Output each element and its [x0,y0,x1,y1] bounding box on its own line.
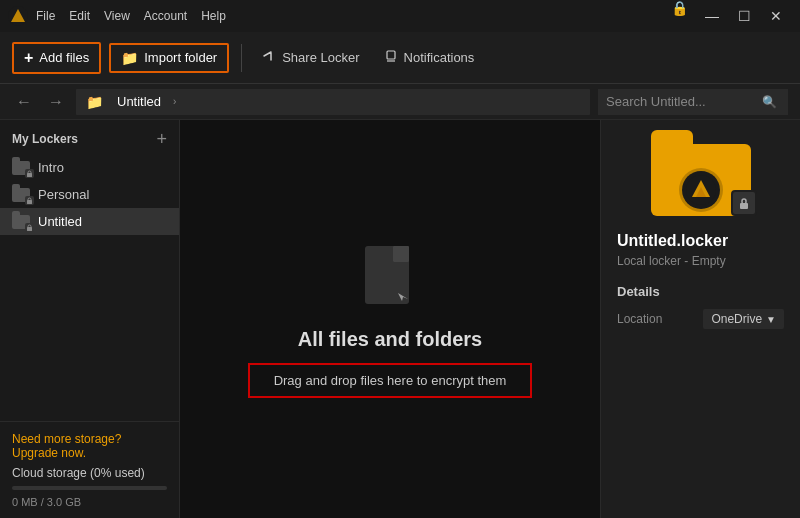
svg-rect-9 [28,225,31,228]
menu-account[interactable]: Account [144,9,187,23]
upgrade-link[interactable]: Need more storage? Upgrade now. [12,432,167,460]
sidebar-footer: Need more storage? Upgrade now. Cloud st… [0,421,179,518]
maximize-button[interactable]: ☐ [728,0,760,32]
sidebar-item-intro-label: Intro [38,160,64,175]
sidebar-header-label: My Lockers [12,132,78,146]
notifications-button[interactable]: Notifications [376,44,483,71]
mountain-logo [682,171,720,209]
title-bar-left: File Edit View Account Help [8,6,226,26]
location-dropdown[interactable]: OneDrive ▼ [703,309,784,329]
svg-rect-7 [28,198,31,201]
sidebar-item-personal-label: Personal [38,187,89,202]
toolbar: + Add files 📁 Import folder Share Locker… [0,32,800,84]
location-value: OneDrive [711,312,762,326]
minimize-button[interactable]: — [696,0,728,32]
sidebar-header: My Lockers + [0,120,179,154]
storage-amount: 0 MB / 3.0 GB [12,496,167,508]
address-folder-name: Untitled [117,94,161,109]
svg-rect-2 [387,51,395,59]
svg-rect-11 [393,246,409,262]
file-area: All files and folders Drag and drop file… [180,120,600,518]
back-button[interactable]: ← [12,91,36,113]
intro-locker-badge [25,169,34,178]
add-locker-button[interactable]: + [156,130,167,148]
untitled-locker-badge [25,223,34,232]
menu-file[interactable]: File [36,9,55,23]
notifications-label: Notifications [404,50,475,65]
personal-folder-icon [12,188,30,202]
add-files-button[interactable]: + Add files [12,42,101,74]
chevron-down-icon: ▼ [766,314,776,325]
right-panel: Untitled.locker Local locker - Empty Det… [600,120,800,518]
sidebar-item-personal[interactable]: Personal [0,181,179,208]
folder-address-icon: 📁 [86,94,103,110]
share-locker-button[interactable]: Share Locker [254,44,367,71]
locker-subtitle: Local locker - Empty [617,254,784,268]
search-icon: 🔍 [762,95,777,109]
address-input[interactable]: 📁 Untitled › [76,89,590,115]
sidebar: My Lockers + Intro Personal [0,120,180,518]
lock-badge [731,190,757,216]
menu-help[interactable]: Help [201,9,226,23]
intro-folder-icon [12,161,30,175]
empty-state-title: All files and folders [298,328,482,351]
empty-state: All files and folders Drag and drop file… [248,241,533,398]
notification-icon [384,49,398,66]
menu-view[interactable]: View [104,9,130,23]
add-files-icon: + [24,49,33,67]
main-content: My Lockers + Intro Personal [0,120,800,518]
drop-zone-label: Drag and drop files here to encrypt them [274,373,507,388]
address-bar: ← → 📁 Untitled › 🔍 [0,84,800,120]
svg-rect-5 [28,171,31,174]
close-button[interactable]: ✕ [760,0,792,32]
untitled-folder-icon [12,215,30,229]
import-folder-label: Import folder [144,50,217,65]
lock-icon: 🔒 [671,0,688,32]
personal-locker-badge [25,196,34,205]
import-folder-icon: 📁 [121,50,138,66]
title-bar: File Edit View Account Help 🔒 — ☐ ✕ [0,0,800,32]
sidebar-item-untitled-label: Untitled [38,214,82,229]
details-label: Details [617,284,784,299]
svg-rect-17 [742,199,746,204]
title-bar-controls: 🔒 — ☐ ✕ [671,0,792,32]
locker-name: Untitled.locker [617,232,784,250]
drop-zone[interactable]: Drag and drop files here to encrypt them [248,363,533,398]
sidebar-item-intro[interactable]: Intro [0,154,179,181]
title-bar-menu: File Edit View Account Help [36,9,226,23]
cloud-storage-label: Cloud storage (0% used) [12,466,167,480]
toolbar-separator [241,44,242,72]
locker-logo-overlay [679,168,723,212]
address-chevron-icon: › [173,96,176,107]
share-icon [262,49,276,66]
forward-button[interactable]: → [44,91,68,113]
search-box[interactable]: 🔍 [598,89,788,115]
menu-edit[interactable]: Edit [69,9,90,23]
big-folder-icon [651,136,751,216]
add-files-label: Add files [39,50,89,65]
locker-preview [617,136,784,216]
location-row: Location OneDrive ▼ [617,309,784,329]
share-locker-label: Share Locker [282,50,359,65]
import-folder-button[interactable]: 📁 Import folder [109,43,229,73]
app-logo [8,6,28,26]
sidebar-item-untitled[interactable]: Untitled [0,208,179,235]
empty-file-icon [360,241,420,316]
search-input[interactable] [606,94,756,109]
storage-progress-bar [12,486,167,490]
location-key: Location [617,312,662,326]
